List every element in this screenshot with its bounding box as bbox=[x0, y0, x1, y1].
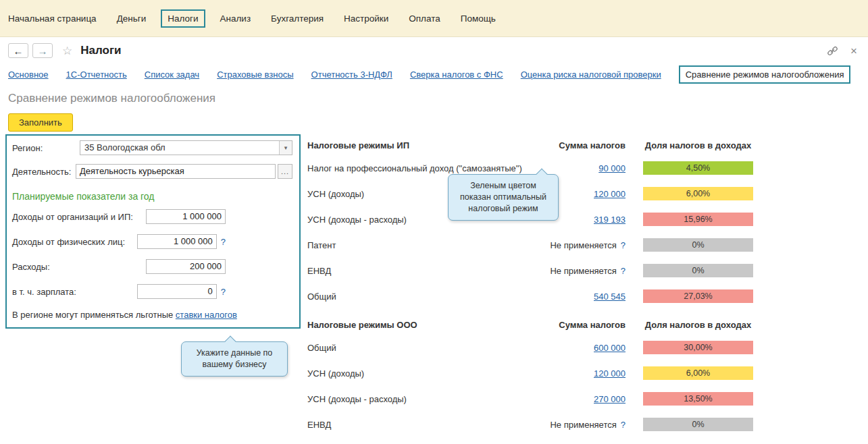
table-row: Патент Не применяется? 0% bbox=[307, 232, 753, 258]
expenses-input[interactable]: 200 000 bbox=[146, 259, 226, 274]
share-bar: 27,03% bbox=[643, 289, 753, 303]
regime-name: Налог на профессиональный доход ("самоза… bbox=[307, 163, 524, 173]
column-header-amount: Сумма налогов bbox=[524, 140, 626, 150]
column-header-amount: Сумма налогов bbox=[524, 320, 626, 330]
regime-name: Общий bbox=[307, 343, 524, 353]
tab-audit-risk[interactable]: Оценка риска налоговой проверки bbox=[521, 70, 661, 80]
activity-label: Деятельность: bbox=[12, 167, 76, 177]
share-bar: 15,96% bbox=[643, 213, 753, 226]
toolbar: ← → ☆ Налоги × bbox=[0, 37, 868, 64]
tab-main[interactable]: Основное bbox=[8, 70, 49, 80]
regime-name: ЕНВД bbox=[307, 420, 524, 430]
optimal-hint-text: Зеленым цветом показан оптимальный налог… bbox=[460, 181, 546, 213]
amount-link[interactable]: 540 545 bbox=[594, 292, 626, 302]
amount-link[interactable]: 270 000 bbox=[594, 394, 626, 404]
regime-name: Общий bbox=[307, 292, 524, 302]
share-bar: 4,50% bbox=[643, 161, 753, 175]
menu-item-accounting[interactable]: Бухгалтерия bbox=[271, 13, 324, 24]
salary-input[interactable]: 0 bbox=[137, 284, 217, 299]
share-bar: 0% bbox=[643, 238, 753, 252]
activity-more-button[interactable]: ... bbox=[278, 164, 292, 179]
menu-item-start-page[interactable]: Начальная страница bbox=[8, 13, 97, 24]
regime-name: УСН (доходы) bbox=[307, 368, 524, 379]
amount-link[interactable]: 120 000 bbox=[594, 189, 626, 199]
form-hint-text: Укажите данные по вашему бизнесу bbox=[197, 348, 273, 369]
amount-link[interactable]: 120 000 bbox=[594, 368, 626, 379]
menu-item-taxes[interactable]: Налоги bbox=[161, 9, 205, 28]
tab-3ndfl-reporting[interactable]: Отчетность 3-НДФЛ bbox=[311, 70, 392, 80]
get-link-icon[interactable] bbox=[827, 45, 838, 57]
income-individuals-label: Доходы от физических лиц: bbox=[12, 237, 125, 247]
app-window: Начальная страница Деньги Налоги Анализ … bbox=[0, 0, 868, 444]
column-header-share: Доля налогов в доходах bbox=[643, 320, 753, 330]
favorite-star-icon[interactable]: ☆ bbox=[62, 44, 72, 58]
share-bar: 6,00% bbox=[643, 366, 753, 380]
table-row: Общий 600 000 30,00% bbox=[307, 335, 753, 360]
help-icon[interactable]: ? bbox=[221, 237, 226, 247]
help-icon[interactable]: ? bbox=[221, 287, 226, 297]
region-row: Регион: 35 Вологодская обл ▾ bbox=[12, 140, 292, 156]
page-header-title: Налоги bbox=[80, 44, 121, 57]
share-bar: 0% bbox=[643, 264, 753, 277]
table-row: ЕНВД Не применяется? 0% bbox=[307, 258, 753, 283]
expenses-row: Расходы: 200 000 bbox=[12, 258, 226, 275]
section-header-ooo: Налоговые режимы ООО Сумма налогов Доля … bbox=[307, 314, 753, 335]
tax-rates-link[interactable]: ставки налогов bbox=[176, 310, 237, 320]
table-row: Общий 540 545 27,03% bbox=[307, 283, 753, 309]
tab-1c-reporting[interactable]: 1С-Отчетность bbox=[66, 70, 127, 80]
region-label: Регион: bbox=[12, 143, 76, 153]
tab-task-list[interactable]: Список задач bbox=[145, 70, 199, 80]
table-row: УСН (доходы - расходы) 270 000 13,50% bbox=[307, 386, 753, 412]
close-icon[interactable]: × bbox=[850, 45, 857, 57]
callout-pointer bbox=[225, 336, 236, 348]
section-title-ip: Налоговые режимы ИП bbox=[307, 140, 524, 150]
optimal-regime-callout: Зеленым цветом показан оптимальный налог… bbox=[448, 174, 559, 221]
menu-item-help[interactable]: Помощь bbox=[461, 13, 496, 24]
amount-link[interactable]: 319 193 bbox=[594, 215, 626, 225]
business-data-panel: Регион: 35 Вологодская обл ▾ Деятельност… bbox=[5, 134, 301, 329]
salary-label: в т. ч. зарплата: bbox=[12, 287, 76, 297]
not-applicable-text: Не применяется bbox=[550, 266, 616, 276]
table-row: ЕНВД Не применяется? 0% bbox=[307, 412, 753, 437]
share-bar: 6,00% bbox=[643, 187, 753, 200]
preferential-rates-note: В регионе могут применяться льготные ста… bbox=[12, 310, 237, 320]
income-individuals-row: Доходы от физических лиц: 1 000 000 ? bbox=[12, 233, 226, 250]
column-header-share: Доля налогов в доходах bbox=[643, 140, 753, 150]
regime-name: Патент bbox=[307, 240, 524, 250]
form-hint-callout: Укажите данные по вашему бизнесу bbox=[181, 341, 288, 377]
tab-fns-reconciliation[interactable]: Сверка налогов с ФНС bbox=[410, 70, 503, 80]
planned-indicators-title: Планируемые показатели за год bbox=[12, 191, 155, 202]
amount-link[interactable]: 600 000 bbox=[594, 343, 626, 353]
share-bar: 30,00% bbox=[643, 341, 753, 354]
help-icon[interactable]: ? bbox=[621, 420, 626, 430]
section-tabs: Основное 1С-Отчетность Список задач Стра… bbox=[0, 64, 868, 88]
regime-name: УСН (доходы - расходы) bbox=[307, 394, 524, 404]
menu-item-payment[interactable]: Оплата bbox=[409, 13, 440, 24]
income-org-label: Доходы от организаций и ИП: bbox=[12, 212, 133, 222]
menu-item-money[interactable]: Деньги bbox=[117, 13, 147, 24]
activity-input[interactable]: Деятельность курьерская bbox=[76, 164, 276, 179]
activity-row: Деятельность: Деятельность курьерская ..… bbox=[12, 163, 292, 179]
region-select[interactable]: 35 Вологодская обл ▾ bbox=[80, 140, 292, 155]
chevron-down-icon[interactable]: ▾ bbox=[279, 141, 292, 155]
forward-arrow-icon: → bbox=[38, 45, 48, 57]
menu-item-settings[interactable]: Настройки bbox=[344, 13, 388, 24]
page-title: Сравнение режимов налогообложения bbox=[0, 88, 868, 113]
fill-button[interactable]: Заполнить bbox=[8, 113, 73, 132]
help-icon[interactable]: ? bbox=[621, 240, 626, 250]
salary-row: в т. ч. зарплата: 0 ? bbox=[12, 283, 226, 300]
help-icon[interactable]: ? bbox=[621, 266, 626, 276]
income-individuals-input[interactable]: 1 000 000 bbox=[137, 234, 217, 249]
income-org-row: Доходы от организаций и ИП: 1 000 000 bbox=[12, 209, 226, 225]
back-button[interactable]: ← bbox=[8, 43, 28, 58]
preferential-rates-text: В регионе могут применяться льготные bbox=[12, 310, 173, 320]
main-menu: Начальная страница Деньги Налоги Анализ … bbox=[0, 0, 868, 37]
section-header-ip: Налоговые режимы ИП Сумма налогов Доля н… bbox=[307, 135, 753, 155]
menu-item-analysis[interactable]: Анализ bbox=[220, 13, 251, 24]
tab-insurance-contributions[interactable]: Страховые взносы bbox=[217, 70, 293, 80]
income-org-input[interactable]: 1 000 000 bbox=[146, 209, 226, 224]
amount-link[interactable]: 90 000 bbox=[598, 163, 626, 173]
table-row: УСН (доходы) 120 000 6,00% bbox=[307, 360, 753, 386]
tab-regime-comparison[interactable]: Сравнение режимов налогообложения bbox=[679, 65, 851, 84]
forward-button[interactable]: → bbox=[32, 43, 53, 58]
